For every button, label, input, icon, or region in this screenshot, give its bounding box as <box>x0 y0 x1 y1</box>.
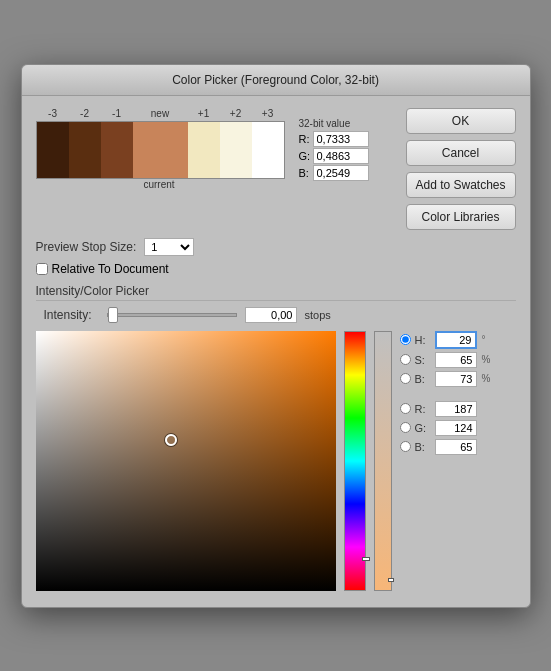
h-input[interactable] <box>435 331 477 349</box>
intensity-input[interactable] <box>245 307 297 323</box>
b-radio-row: B: % <box>400 371 510 387</box>
new-current-swatch <box>133 122 188 178</box>
action-buttons: OK Cancel Add to Swatches Color Librarie… <box>406 108 516 230</box>
r-radio[interactable] <box>400 403 411 414</box>
swatch-label-plus3: +3 <box>252 108 284 119</box>
b-unit: % <box>482 373 491 384</box>
b-bit-label: B: <box>299 167 313 179</box>
g-label: G: <box>415 422 431 434</box>
relative-to-doc-row: Relative To Document <box>36 262 516 276</box>
h-label: H: <box>415 334 431 346</box>
hue-spectrum[interactable] <box>344 331 366 591</box>
b2-radio[interactable] <box>400 441 411 452</box>
g-input[interactable] <box>435 420 477 436</box>
swatch-area: -3 -2 -1 new +1 +2 +3 <box>36 108 285 190</box>
swatch-minus2[interactable] <box>69 122 101 178</box>
relative-to-doc-label: Relative To Document <box>52 262 169 276</box>
color-field-overlay <box>36 331 336 591</box>
g-bit-label: G: <box>299 150 313 162</box>
g-radio[interactable] <box>400 422 411 433</box>
s-label: S: <box>415 354 431 366</box>
h-radio-row: H: ° <box>400 331 510 349</box>
r-radio-row: R: <box>400 401 510 417</box>
swatch-label-plus2: +2 <box>220 108 252 119</box>
relative-to-doc-checkbox[interactable] <box>36 263 48 275</box>
b-bit-row: B: <box>299 165 369 181</box>
preview-stop-label: Preview Stop Size: <box>36 240 137 254</box>
b-bit-input[interactable] <box>313 165 369 181</box>
swatch-plus1[interactable] <box>188 122 220 178</box>
ok-button[interactable]: OK <box>406 108 516 134</box>
b2-radio-row: B: <box>400 439 510 455</box>
cancel-button[interactable]: Cancel <box>406 140 516 166</box>
h-unit: ° <box>482 334 486 345</box>
s-radio[interactable] <box>400 354 411 365</box>
color-field-container[interactable] <box>36 331 336 591</box>
picker-section: H: ° S: % B: % <box>36 331 516 591</box>
intensity-label: Intensity: <box>44 308 99 322</box>
g-bit-row: G: <box>299 148 369 164</box>
swatch-row <box>36 121 285 179</box>
swatch-minus3[interactable] <box>37 122 69 178</box>
color-picker-circle[interactable] <box>165 434 177 446</box>
b-input[interactable] <box>435 371 477 387</box>
bit-values-section: 32-bit value R: G: B: <box>299 108 369 182</box>
swatch-label-plus1: +1 <box>188 108 220 119</box>
intensity-section-header: Intensity/Color Picker <box>36 284 516 301</box>
swatch-label-new: new <box>133 108 188 119</box>
title-bar: Color Picker (Foreground Color, 32-bit) <box>22 65 530 96</box>
bit-values-label: 32-bit value <box>299 118 369 129</box>
swatch-plus2[interactable] <box>220 122 252 178</box>
hsb-rgb-controls: H: ° S: % B: % <box>400 331 510 455</box>
b2-input[interactable] <box>435 439 477 455</box>
swatch-label-minus3: -3 <box>37 108 69 119</box>
current-label: current <box>132 179 187 190</box>
current-color-swatch <box>133 152 188 178</box>
color-libraries-button[interactable]: Color Libraries <box>406 204 516 230</box>
b-radio[interactable] <box>400 373 411 384</box>
r-input[interactable] <box>435 401 477 417</box>
swatch-label-minus2: -2 <box>69 108 101 119</box>
add-to-swatches-button[interactable]: Add to Swatches <box>406 172 516 198</box>
new-color-swatch <box>133 122 188 152</box>
intensity-row: Intensity: stops <box>36 307 516 323</box>
r-label: R: <box>415 403 431 415</box>
hue-bar <box>344 331 366 591</box>
color-picker-dialog: Color Picker (Foreground Color, 32-bit) … <box>21 64 531 608</box>
alpha-bar <box>374 331 392 591</box>
dialog-title: Color Picker (Foreground Color, 32-bit) <box>172 73 379 87</box>
swatch-label-minus1: -1 <box>101 108 133 119</box>
g-bit-input[interactable] <box>313 148 369 164</box>
b2-label: B: <box>415 441 431 453</box>
r-bit-label: R: <box>299 133 313 145</box>
swatch-plus3[interactable] <box>252 122 284 178</box>
b-label: B: <box>415 373 431 385</box>
alpha-indicator <box>388 578 394 582</box>
h-radio[interactable] <box>400 334 411 345</box>
stops-label: stops <box>305 309 331 321</box>
s-radio-row: S: % <box>400 352 510 368</box>
s-input[interactable] <box>435 352 477 368</box>
preview-stop-select[interactable]: 1 2 3 <box>144 238 194 256</box>
alpha-area[interactable] <box>374 331 392 591</box>
g-radio-row: G: <box>400 420 510 436</box>
intensity-slider[interactable] <box>107 313 237 317</box>
hue-indicator <box>362 557 370 561</box>
r-bit-input[interactable] <box>313 131 369 147</box>
s-unit: % <box>482 354 491 365</box>
swatch-minus1[interactable] <box>101 122 133 178</box>
r-bit-row: R: <box>299 131 369 147</box>
preview-row: Preview Stop Size: 1 2 3 <box>36 238 516 256</box>
